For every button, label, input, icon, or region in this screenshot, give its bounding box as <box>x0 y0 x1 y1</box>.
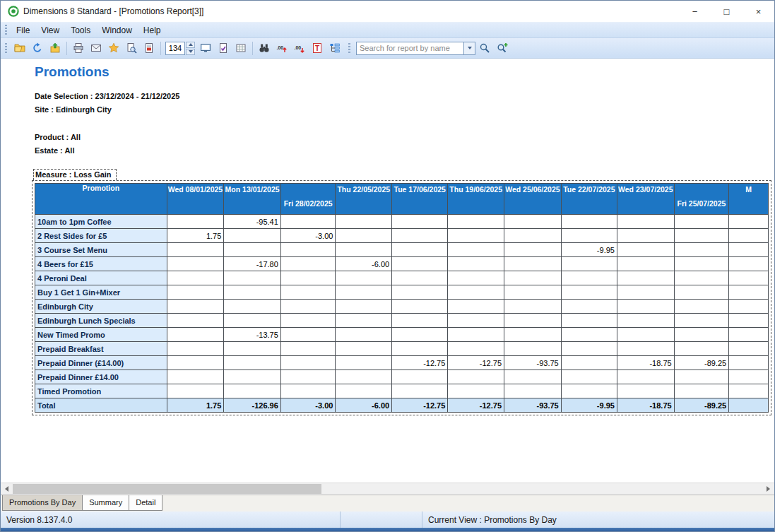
column-header-date[interactable]: Mon 13/01/2025 <box>224 184 281 215</box>
column-header-date[interactable]: Tue 22/07/2025 <box>561 184 617 215</box>
column-header-date[interactable]: Wed 25/06/2025 <box>504 184 562 215</box>
menu-file[interactable]: File <box>11 23 35 37</box>
data-cell[interactable] <box>336 370 392 384</box>
data-cell[interactable] <box>448 300 504 314</box>
data-cell[interactable] <box>224 229 281 243</box>
data-cell[interactable] <box>561 314 617 328</box>
data-cell[interactable] <box>392 328 448 342</box>
data-cell[interactable] <box>448 229 504 243</box>
zoom-down-button[interactable] <box>186 49 195 55</box>
data-cell[interactable] <box>280 243 336 257</box>
data-cell[interactable] <box>280 271 336 285</box>
data-cell[interactable] <box>336 384 392 398</box>
data-cell[interactable]: -12.75 <box>448 356 504 370</box>
column-header-date[interactable]: Wed 08/01/2025 <box>167 184 224 215</box>
tree-view-button[interactable] <box>326 40 343 56</box>
data-cell[interactable] <box>674 215 729 229</box>
data-cell[interactable] <box>224 370 281 384</box>
menu-window[interactable]: Window <box>96 23 138 37</box>
data-cell[interactable] <box>392 384 448 398</box>
horizontal-scrollbar[interactable] <box>1 483 774 495</box>
row-label[interactable]: 4 Beers for £15 <box>35 257 167 271</box>
data-cell[interactable] <box>729 243 769 257</box>
data-cell[interactable] <box>617 215 674 229</box>
refresh-report-button[interactable] <box>29 40 46 56</box>
data-cell[interactable] <box>167 215 224 229</box>
data-cell[interactable] <box>504 285 562 300</box>
data-cell[interactable] <box>392 215 448 229</box>
data-cell[interactable] <box>167 300 224 314</box>
data-cell[interactable] <box>674 257 729 271</box>
print-preview-button[interactable] <box>123 40 140 56</box>
data-cell[interactable] <box>336 328 392 342</box>
data-cell[interactable] <box>280 384 336 398</box>
tab-promotions-by-day[interactable]: Promotions By Day <box>2 495 83 511</box>
data-cell[interactable] <box>280 370 336 384</box>
data-cell[interactable] <box>561 229 617 243</box>
row-label[interactable]: 10am to 1pm Coffee <box>35 215 167 229</box>
data-cell[interactable] <box>617 314 674 328</box>
data-cell[interactable]: -12.75 <box>448 398 504 413</box>
data-cell[interactable]: -3.00 <box>280 398 336 413</box>
tab-summary[interactable]: Summary <box>82 495 129 511</box>
data-cell[interactable] <box>729 300 769 314</box>
data-cell[interactable] <box>561 215 617 229</box>
data-cell[interactable] <box>674 342 729 356</box>
data-cell[interactable] <box>674 271 729 285</box>
close-button[interactable]: × <box>743 1 774 22</box>
data-cell[interactable] <box>167 243 224 257</box>
data-cell[interactable] <box>617 271 674 285</box>
data-cell[interactable] <box>504 314 562 328</box>
data-cell[interactable] <box>336 356 392 370</box>
data-cell[interactable] <box>392 229 448 243</box>
data-cell[interactable] <box>392 271 448 285</box>
row-label[interactable]: Prepaid Dinner £14.00 <box>35 370 167 384</box>
data-cell[interactable] <box>617 328 674 342</box>
data-cell[interactable] <box>674 243 729 257</box>
data-cell[interactable] <box>392 370 448 384</box>
row-label[interactable]: Prepaid Dinner (£14.00) <box>35 356 167 370</box>
data-cell[interactable] <box>224 342 281 356</box>
grid-view-button[interactable] <box>232 40 249 56</box>
data-cell[interactable] <box>504 243 562 257</box>
data-cell[interactable]: 1.75 <box>167 229 224 243</box>
total-row-label[interactable]: Total <box>35 398 167 413</box>
data-cell[interactable]: -95.41 <box>224 215 281 229</box>
export-pdf-button[interactable] <box>141 40 158 56</box>
data-cell[interactable] <box>280 328 336 342</box>
data-cell[interactable] <box>729 384 769 398</box>
page-setup-button[interactable] <box>215 40 232 56</box>
data-cell[interactable] <box>617 285 674 300</box>
data-cell[interactable] <box>167 314 224 328</box>
column-header-date[interactable]: M <box>729 184 769 215</box>
data-cell[interactable] <box>674 384 729 398</box>
row-label[interactable]: 2 Rest Sides for £5 <box>35 229 167 243</box>
data-cell[interactable] <box>392 342 448 356</box>
data-cell[interactable]: -93.75 <box>504 398 562 413</box>
data-cell[interactable] <box>167 257 224 271</box>
data-cell[interactable] <box>729 271 769 285</box>
data-cell[interactable] <box>448 215 504 229</box>
data-cell[interactable] <box>504 384 562 398</box>
data-cell[interactable]: -89.25 <box>674 356 729 370</box>
data-cell[interactable] <box>224 356 281 370</box>
row-label[interactable]: Prepaid Breakfast <box>35 342 167 356</box>
email-report-button[interactable] <box>88 40 105 56</box>
data-cell[interactable] <box>729 356 769 370</box>
data-cell[interactable] <box>167 271 224 285</box>
data-cell[interactable] <box>224 384 281 398</box>
data-cell[interactable] <box>504 257 562 271</box>
toolbar-grip[interactable] <box>5 43 7 54</box>
data-cell[interactable] <box>561 271 617 285</box>
data-cell[interactable] <box>729 328 769 342</box>
data-cell[interactable]: -18.75 <box>617 398 674 413</box>
data-cell[interactable] <box>674 229 729 243</box>
data-cell[interactable] <box>729 215 769 229</box>
row-label[interactable]: Timed Promotion <box>35 384 167 398</box>
data-cell[interactable] <box>674 370 729 384</box>
column-header-date[interactable]: Fri 28/02/2025 <box>280 184 336 215</box>
data-cell[interactable] <box>167 356 224 370</box>
data-cell[interactable] <box>167 328 224 342</box>
data-cell[interactable] <box>674 314 729 328</box>
data-cell[interactable]: -9.95 <box>561 398 617 413</box>
